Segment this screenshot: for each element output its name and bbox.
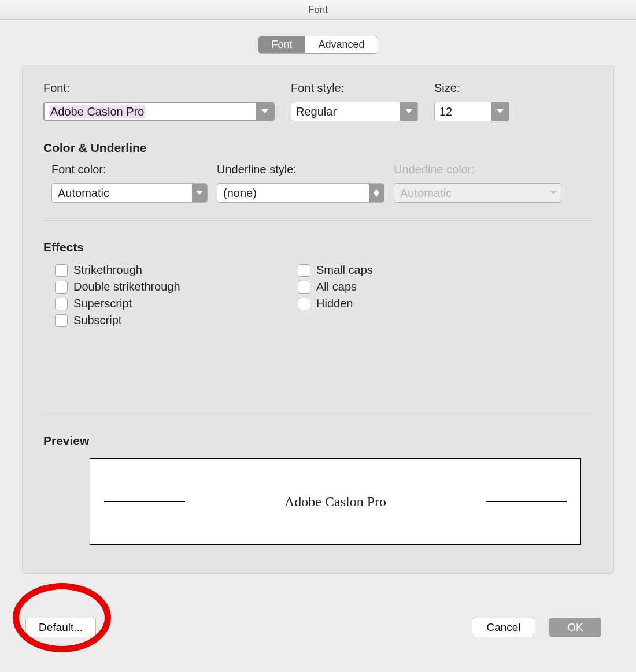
checkbox-label: All caps <box>316 280 357 294</box>
divider <box>43 414 593 414</box>
preview-rule-right <box>486 501 567 502</box>
dialog-footer: Default... Cancel OK <box>0 591 636 672</box>
chevron-down-icon[interactable] <box>192 184 207 202</box>
preview-rule-left <box>104 501 185 502</box>
checkbox-strikethrough[interactable]: Strikethrough <box>55 263 298 277</box>
checkbox-icon[interactable] <box>55 314 68 327</box>
cancel-button[interactable]: Cancel <box>472 618 535 637</box>
tab-switcher: Font Advanced <box>6 20 630 54</box>
font-panel: Font: Adobe Caslon Pro Font style: Regul… <box>22 65 614 574</box>
checkbox-icon[interactable] <box>55 298 68 310</box>
default-button[interactable]: Default... <box>25 618 96 637</box>
size-value[interactable]: 12 <box>435 102 491 121</box>
checkbox-icon[interactable] <box>298 298 310 310</box>
font-color-select[interactable]: Automatic <box>51 183 208 203</box>
effects-heading: Effects <box>43 240 593 254</box>
checkbox-icon[interactable] <box>298 281 310 294</box>
underline-color-select: Automatic <box>394 183 561 203</box>
size-label: Size: <box>434 81 509 95</box>
chevron-down-icon[interactable] <box>256 103 273 120</box>
dialog-body: Font Advanced Font: Adobe Caslon Pro Fon… <box>0 20 636 672</box>
checkbox-label: Small caps <box>316 263 373 277</box>
window-title: Font <box>0 0 636 20</box>
checkbox-superscript[interactable]: Superscript <box>55 297 298 310</box>
underline-color-value: Automatic <box>394 187 546 200</box>
underline-style-value: (none) <box>217 187 369 200</box>
font-style-value[interactable]: Regular <box>291 102 400 121</box>
checkbox-double-strikethrough[interactable]: Double strikethrough <box>55 280 298 294</box>
font-combobox[interactable]: Adobe Caslon Pro <box>43 102 275 121</box>
tab-font[interactable]: Font <box>258 36 305 53</box>
checkbox-label: Superscript <box>73 297 132 310</box>
preview-heading: Preview <box>43 434 593 448</box>
tab-advanced[interactable]: Advanced <box>305 36 377 53</box>
checkbox-subscript[interactable]: Subscript <box>55 314 298 327</box>
chevron-down-icon[interactable] <box>400 102 417 121</box>
preview-box: Adobe Caslon Pro <box>90 458 581 545</box>
checkbox-icon[interactable] <box>55 281 68 294</box>
divider <box>43 220 593 221</box>
checkbox-all-caps[interactable]: All caps <box>298 280 593 294</box>
checkbox-label: Strikethrough <box>73 263 142 277</box>
stepper-icon[interactable] <box>369 184 384 202</box>
font-color-label: Font color: <box>51 163 208 176</box>
font-style-combobox[interactable]: Regular <box>291 102 418 121</box>
preview-text: Adobe Caslon Pro <box>284 494 386 510</box>
chevron-down-icon <box>546 184 561 202</box>
font-style-label: Font style: <box>291 81 418 95</box>
font-input-value[interactable]: Adobe Caslon Pro <box>49 105 145 118</box>
checkbox-label: Subscript <box>73 314 121 327</box>
size-combobox[interactable]: 12 <box>434 102 509 121</box>
checkbox-label: Double strikethrough <box>73 280 180 294</box>
color-underline-heading: Color & Underline <box>43 141 593 155</box>
ok-button[interactable]: OK <box>549 618 601 637</box>
checkbox-small-caps[interactable]: Small caps <box>298 263 593 277</box>
font-label: Font: <box>43 81 275 95</box>
underline-style-select[interactable]: (none) <box>217 183 384 203</box>
chevron-down-icon[interactable] <box>491 102 509 121</box>
checkbox-icon[interactable] <box>55 264 68 277</box>
font-color-value: Automatic <box>52 187 192 200</box>
checkbox-hidden[interactable]: Hidden <box>298 297 593 310</box>
underline-style-label: Underline style: <box>217 163 384 176</box>
checkbox-icon[interactable] <box>298 264 310 277</box>
underline-color-label: Underline color: <box>394 163 561 176</box>
checkbox-label: Hidden <box>316 297 353 310</box>
